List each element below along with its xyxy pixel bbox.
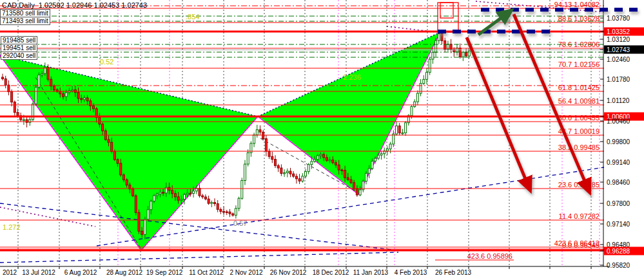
price-axis-label: 1.01120 — [607, 97, 630, 104]
candle-body — [174, 194, 176, 197]
price-axis-label: 1.02460 — [607, 56, 630, 63]
candle-body — [159, 192, 161, 194]
ratio-annotation: 2.236 — [343, 73, 361, 81]
candle-body — [275, 160, 277, 166]
candle-body — [429, 59, 431, 72]
candle-body — [320, 154, 322, 156]
candle-body — [307, 165, 309, 172]
candle-body — [41, 73, 43, 75]
candle-body — [380, 154, 382, 155]
candle-body — [314, 160, 316, 162]
ohlc-low: 1.02453 — [94, 1, 120, 9]
candle-body — [389, 144, 391, 149]
date-axis-label: 13 Jul 2012 — [22, 269, 55, 276]
candle-body — [359, 190, 361, 195]
order-label[interactable]: 713493 sell limit — [0, 17, 50, 25]
candle-body — [23, 120, 24, 120]
date-axis-label: 26 Nov 2012 — [270, 269, 307, 276]
candle-body — [323, 154, 325, 158]
candle-body — [156, 194, 158, 196]
pattern-layer[interactable] — [0, 32, 440, 250]
price-axis-label: 0.98460 — [607, 179, 630, 186]
candle-body — [63, 94, 64, 97]
fib-level-label: 423.6 0.95896 — [467, 252, 512, 260]
fib-level-label: 38.2 0.99485 — [558, 144, 600, 151]
ratio-annotation: 1.272 — [3, 223, 21, 231]
candle-body — [286, 171, 288, 172]
candle-body — [99, 118, 101, 124]
candle-body — [211, 203, 213, 203]
ratio-annotation: 0.52 — [100, 58, 113, 66]
candle-body — [220, 209, 222, 211]
candle-body — [171, 190, 173, 194]
candle-body — [47, 68, 49, 79]
candle-body — [295, 176, 297, 179]
red-rectangle-object[interactable] — [438, 3, 458, 32]
symbol-period: CAD,Daily — [2, 1, 35, 9]
candle-body — [414, 102, 416, 106]
candle-body — [338, 165, 340, 170]
candle-body — [93, 106, 95, 109]
candle-body — [235, 208, 237, 215]
candle-body — [153, 196, 155, 201]
candle-body — [81, 98, 83, 100]
candle-body — [123, 175, 125, 180]
trading-chart[interactable]: 94.13 1.0408288.6 1.0362878.6 1.0280670.… — [0, 0, 644, 278]
candle-body — [293, 174, 295, 176]
date-axis-label: 2 Nov 2012 — [229, 269, 263, 276]
date-axis-label: 4 Feb 2013 — [395, 269, 427, 276]
price-axis-label: 1.03780 — [607, 15, 630, 22]
ohlc-high: 1.02946 — [66, 1, 92, 9]
boxes-layer[interactable] — [438, 3, 458, 32]
harmonic-pattern-triangle[interactable] — [258, 32, 440, 194]
red-rectangle-object[interactable] — [440, 3, 453, 18]
candle-body — [444, 41, 446, 49]
candle-body — [326, 158, 327, 160]
candle-body — [165, 187, 167, 193]
date-axis-label: 11 Oct 2012 — [189, 269, 224, 276]
date-axis-label: 19 Sep 2012 — [146, 269, 183, 276]
candle-body — [241, 180, 243, 198]
candle-body — [280, 168, 282, 173]
candle-body — [141, 231, 143, 234]
candle-body — [208, 199, 210, 203]
candle-body — [199, 188, 200, 196]
candle-body — [332, 160, 334, 163]
date-axis-label: 2012 — [3, 269, 17, 276]
candle-body — [14, 102, 15, 113]
candle-body — [375, 158, 376, 161]
fibonacci-fan-trendline[interactable] — [0, 203, 392, 250]
ohlc-close: 1.02743 — [121, 1, 147, 9]
chart-canvas[interactable]: 94.13 1.0408288.6 1.0362878.6 1.0280670.… — [0, 0, 644, 278]
red-projection-arrow[interactable] — [467, 37, 529, 187]
candle-body — [117, 160, 119, 163]
fib-level-label: 70.7 1.02156 — [558, 60, 600, 68]
candle-body — [53, 86, 55, 90]
candle-body — [223, 212, 225, 212]
candle-body — [247, 153, 249, 164]
fib-level-label: 50.0 1.00455 — [558, 114, 600, 122]
candle-body — [184, 194, 186, 199]
chart-title: CAD,Daily 1.02592 1.02946 1.02453 1.0274… — [2, 1, 147, 9]
candle-body — [132, 189, 134, 196]
candle-body — [259, 130, 261, 133]
candle-body — [329, 160, 331, 161]
candle-body — [265, 138, 267, 151]
candle-body — [398, 126, 400, 133]
fib-level-label: 0.0 0.96345 — [562, 241, 600, 249]
candle-body — [450, 44, 452, 50]
candle-body — [5, 79, 6, 85]
candle-body — [441, 34, 443, 41]
candle-body — [50, 79, 52, 86]
candle-body — [468, 51, 470, 56]
candle-body — [341, 170, 343, 171]
candle-body — [435, 41, 437, 52]
ratio-annotation: .854 — [186, 13, 199, 21]
candle-body — [83, 98, 85, 100]
date-axis-label: 28 Aug 2012 — [106, 269, 143, 276]
candle-body — [186, 193, 188, 194]
fib-level-label: 61.8 1.01425 — [558, 84, 600, 91]
price-axis-label: 1.03120 — [607, 36, 630, 43]
order-label[interactable]: 292040 sell — [1, 51, 37, 60]
candle-body — [350, 180, 352, 182]
